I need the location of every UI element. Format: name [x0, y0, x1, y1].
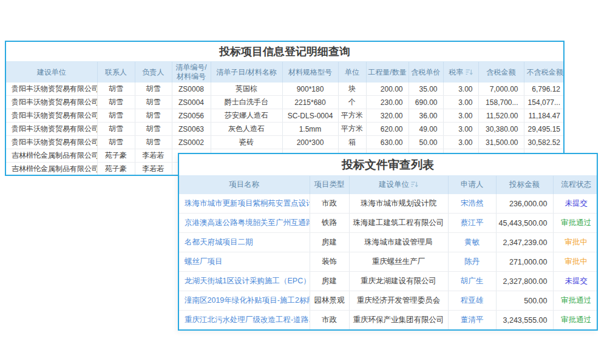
- project-link[interactable]: 龙湖天街城1区设计采购施工（EPC）...: [185, 277, 310, 285]
- cell-bid-amount: 271,000.00: [496, 252, 553, 272]
- header-quantity: 工程量/数量: [366, 62, 409, 83]
- cell-list-number: ZS0002: [172, 136, 211, 149]
- cell-project-name: 重庆江北污水处理厂级改造工程-道路...: [179, 311, 310, 330]
- cell-applicant: 董清平: [448, 311, 496, 330]
- cell-manager: 胡雪: [135, 96, 172, 109]
- cell-amount-with-tax: 31,500.00: [478, 136, 524, 149]
- header-construction-unit-label: 建设单位: [379, 180, 409, 189]
- table-row: 龙湖天街城1区设计采购施工（EPC）... 房建 重庆龙湖建设有限公司 胡广生 …: [179, 272, 598, 291]
- cell-manager: 李若若: [135, 149, 172, 163]
- cell-spec: 200*300: [282, 136, 338, 149]
- cell-manager: 胡雪: [135, 83, 172, 96]
- review-table-title: 投标文件审查列表: [179, 154, 597, 176]
- status-text: 审批通过: [561, 296, 591, 305]
- cell-tax-rate: 3.00: [443, 96, 478, 109]
- cell-contact: 苑子豪: [97, 163, 135, 176]
- applicant-link[interactable]: 董清平: [461, 315, 484, 324]
- project-link[interactable]: 螺丝厂项目: [185, 257, 223, 266]
- cell-workflow-status: 未提交: [553, 272, 598, 291]
- cell-construction-unit: 贵阳丰沃物资贸易有限公司: [6, 123, 97, 136]
- cell-bid-amount: 45,443,500.00: [496, 214, 553, 233]
- table-row: 贵阳丰沃物资贸易有限公司 胡雪 胡雪 ZS0063 灰色人造石 1.5mm 平方…: [6, 123, 565, 136]
- cell-contact: 胡雪: [97, 96, 135, 109]
- project-link[interactable]: 潼南区2019年绿化补贴项目-施工2标段: [185, 296, 310, 305]
- cell-construction-unit: 重庆经济开发管理委员会: [349, 291, 448, 311]
- cell-project-name: 龙湖天街城1区设计采购施工（EPC）...: [179, 272, 310, 291]
- cell-contact: 胡雪: [97, 83, 135, 96]
- cell-contact: 胡雪: [97, 136, 135, 149]
- cell-contact: 胡雪: [97, 109, 135, 123]
- table-row: 贵阳丰沃物资贸易有限公司 胡雪 胡雪 ZS0056 莎安娜人造石 SC-DLS-…: [6, 109, 565, 123]
- status-text: 未提交: [565, 277, 588, 285]
- sort-icon[interactable]: [466, 69, 473, 75]
- cell-project-type: 装饰: [310, 252, 349, 272]
- cell-amount-without-tax: 11,184.47: [524, 109, 565, 123]
- table-row: 贵阳丰沃物资贸易有限公司 胡雪 胡雪 ZS0002 瓷砖 200*300 箱 6…: [6, 136, 565, 149]
- header-amount-with-tax: 含税金额: [478, 62, 524, 83]
- table-row: 贵阳丰沃物资贸易有限公司 胡雪 胡雪 ZS0004 爵士白洗手台 2215*68…: [6, 96, 565, 109]
- cell-item-name: 瓷砖: [211, 136, 282, 149]
- cell-bid-amount: 2,347,239.00: [496, 233, 553, 252]
- project-link[interactable]: 重庆江北污水处理厂级改造工程-道路...: [185, 315, 310, 324]
- detail-header-row: 建设单位 联系人 负责人 清单编号/材料编号 清单子目/材料名称 材料规格型号 …: [6, 62, 565, 83]
- project-link[interactable]: 京港澳高速公路粤境韶关至广州互通路...: [185, 218, 310, 227]
- cell-construction-unit: 重庆螺丝生产厂: [349, 252, 448, 272]
- cell-amount-with-tax: 11,520.00: [478, 109, 524, 123]
- cell-construction-unit: 贵阳丰沃物资贸易有限公司: [6, 109, 97, 123]
- cell-applicant: 宋浩然: [448, 194, 496, 214]
- applicant-link[interactable]: 程亚雄: [461, 296, 484, 305]
- header-amount-without-tax: 不含税金额: [524, 62, 565, 83]
- cell-amount-without-tax: 29,495.15: [524, 123, 565, 136]
- status-text: 审批通过: [561, 315, 591, 324]
- cell-item-name: 爵士白洗手台: [211, 96, 282, 109]
- header-tax-rate[interactable]: 税率: [443, 62, 478, 83]
- cell-price-with-tax: 36.00: [409, 109, 443, 123]
- project-link[interactable]: 名都天府城项目二期: [185, 238, 253, 246]
- header-list-number: 清单编号/材料编号: [172, 62, 211, 83]
- cell-project-type: 市政: [310, 194, 349, 214]
- cell-contact: 苑子豪: [97, 149, 135, 163]
- cell-amount-with-tax: 30,380.00: [478, 123, 524, 136]
- applicant-link[interactable]: 胡广生: [461, 277, 484, 285]
- cell-unit: 平方米: [338, 123, 366, 136]
- applicant-link[interactable]: 黄敏: [464, 238, 480, 246]
- detail-table-title: 投标项目信息登记明细查询: [6, 42, 563, 62]
- review-list-card: 投标文件审查列表 项目名称 项目类型 建设单位 申请人 投标金额 流程状态 珠海…: [178, 153, 598, 331]
- cell-applicant: 黄敏: [448, 233, 496, 252]
- table-row: 名都天府城项目二期 房建 珠海城市建设管理局 黄敏 2,347,239.00 审…: [179, 233, 598, 252]
- applicant-link[interactable]: 陈丹: [464, 257, 480, 266]
- applicant-link[interactable]: 蔡江平: [461, 218, 484, 227]
- cell-construction-unit: 重庆环保产业集团有限公司: [349, 311, 448, 330]
- cell-workflow-status: 审批中: [553, 252, 598, 272]
- cell-bid-amount: 3,243,555.00: [496, 311, 553, 330]
- cell-construction-unit: 珠海建工建筑工程有限公司: [349, 214, 448, 233]
- header-spec-model: 材料规格型号: [282, 62, 338, 83]
- cell-project-type: 房建: [310, 233, 349, 252]
- cell-applicant: 陈丹: [448, 252, 496, 272]
- cell-applicant: 程亚雄: [448, 291, 496, 311]
- status-text: 审批中: [565, 257, 588, 266]
- review-header-row: 项目名称 项目类型 建设单位 申请人 投标金额 流程状态: [179, 176, 598, 194]
- cell-spec: 2215*680: [282, 96, 338, 109]
- cell-price-with-tax: 690.00: [409, 96, 443, 109]
- cell-workflow-status: 未提交: [553, 194, 598, 214]
- cell-unit: 块: [338, 83, 366, 96]
- sort-icon[interactable]: [411, 181, 418, 187]
- cell-list-number: ZS0063: [172, 123, 211, 136]
- header-contact: 联系人: [97, 62, 135, 83]
- table-row: 螺丝厂项目 装饰 重庆螺丝生产厂 陈丹 271,000.00 审批中: [179, 252, 598, 272]
- project-link[interactable]: 珠海市城市更新项目紫桐苑安置点设计...: [185, 199, 310, 207]
- cell-quantity: 630.00: [366, 136, 409, 149]
- header-project-type: 项目类型: [310, 176, 349, 194]
- header-construction-unit[interactable]: 建设单位: [349, 176, 448, 194]
- cell-applicant: 蔡江平: [448, 214, 496, 233]
- cell-item-name: 莎安娜人造石: [211, 109, 282, 123]
- cell-amount-with-tax: 7,000.00: [478, 83, 524, 96]
- header-applicant: 申请人: [448, 176, 496, 194]
- header-item-material-name: 清单子目/材料名称: [211, 62, 282, 83]
- cell-list-number: ZS0008: [172, 83, 211, 96]
- cell-construction-unit: 贵阳丰沃物资贸易有限公司: [6, 136, 97, 149]
- applicant-link[interactable]: 宋浩然: [461, 199, 484, 207]
- cell-unit: 个: [338, 96, 366, 109]
- cell-project-type: 园林景观: [310, 291, 349, 311]
